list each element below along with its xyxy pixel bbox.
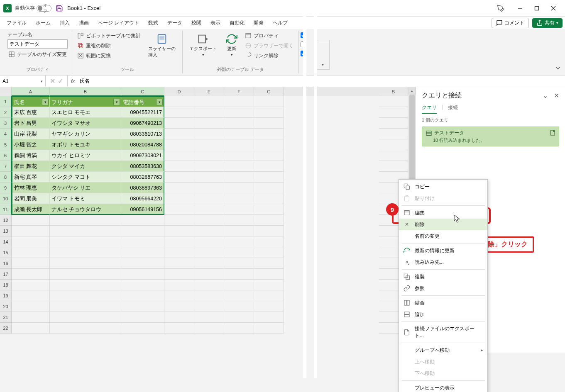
cell[interactable] <box>50 215 121 226</box>
cell[interactable] <box>121 226 164 236</box>
cell[interactable] <box>254 323 284 334</box>
cell[interactable] <box>12 236 50 247</box>
cell[interactable]: ウカイ ヒロミツ <box>50 150 121 161</box>
cell[interactable] <box>254 118 284 129</box>
cell[interactable]: 鵜飼 博満 <box>12 150 50 161</box>
cell[interactable] <box>164 129 194 139</box>
cell[interactable] <box>194 172 224 183</box>
cell[interactable] <box>224 269 254 280</box>
pane-collapse-icon[interactable]: ⌄ <box>543 92 548 100</box>
ctx-refresh[interactable]: 最新の情報に更新 <box>399 245 487 256</box>
row-header[interactable]: 15 <box>0 247 12 258</box>
cell[interactable] <box>224 193 254 204</box>
cell[interactable] <box>194 226 224 236</box>
col-header-C[interactable]: C <box>121 87 164 96</box>
cell[interactable] <box>50 301 121 312</box>
cell[interactable] <box>12 290 50 301</box>
cell[interactable]: 小堀 智之 <box>12 139 50 150</box>
cell[interactable] <box>50 258 121 269</box>
col-header-S[interactable]: S <box>379 87 408 96</box>
convert-range-button[interactable]: 範囲に変換 <box>76 51 142 60</box>
row-header[interactable]: 7 <box>0 161 12 172</box>
cell[interactable] <box>164 312 194 323</box>
cell[interactable] <box>379 150 408 161</box>
row-header[interactable]: 17 <box>0 269 12 280</box>
cell[interactable] <box>121 280 164 290</box>
tab-data[interactable]: データ <box>163 18 186 28</box>
cell[interactable] <box>12 247 50 258</box>
cell[interactable] <box>254 139 284 150</box>
row-header[interactable]: 20 <box>0 301 12 312</box>
ctx-copy[interactable]: コピー <box>399 181 487 192</box>
col-header-F[interactable]: F <box>224 87 254 96</box>
table-header[interactable]: フリガナ <box>50 96 121 107</box>
cell[interactable]: 岩下 昌男 <box>12 118 50 129</box>
share-button[interactable]: 共有 ▾ <box>532 18 563 28</box>
pane-close-icon[interactable]: ✕ <box>554 92 559 100</box>
cell[interactable] <box>164 107 194 118</box>
ribbon-collapse-icon[interactable] <box>555 65 561 73</box>
cell[interactable] <box>254 290 284 301</box>
cell[interactable] <box>224 118 254 129</box>
unlink-button[interactable]: リンク解除 <box>244 51 294 60</box>
cell[interactable] <box>224 258 254 269</box>
ctx-load-to[interactable]: 読み込み先... <box>399 256 487 268</box>
cell[interactable] <box>12 280 50 290</box>
tab-automate[interactable]: 自動化 <box>225 18 249 28</box>
cell[interactable]: 09067490213 <box>121 118 164 129</box>
cell[interactable] <box>254 204 284 215</box>
cell[interactable] <box>224 236 254 247</box>
cell[interactable] <box>164 96 194 107</box>
row-header[interactable]: 19 <box>0 290 12 301</box>
cell[interactable] <box>194 247 224 258</box>
cell[interactable] <box>254 150 284 161</box>
cell[interactable] <box>224 150 254 161</box>
col-header-G[interactable]: G <box>254 87 284 96</box>
cell[interactable] <box>254 226 284 236</box>
cell[interactable] <box>164 301 194 312</box>
cell[interactable] <box>224 183 254 193</box>
cell[interactable] <box>121 323 164 334</box>
cell[interactable] <box>254 215 284 226</box>
col-header-D[interactable]: D <box>164 87 194 96</box>
row-header[interactable]: 9 <box>0 183 12 193</box>
cell[interactable]: 08053583630 <box>121 161 164 172</box>
cell[interactable] <box>194 258 224 269</box>
cell[interactable] <box>194 96 224 107</box>
col-header-A[interactable]: A <box>12 87 50 96</box>
cell[interactable] <box>50 312 121 323</box>
cell[interactable] <box>164 290 194 301</box>
cell[interactable] <box>224 96 254 107</box>
filter-dropdown-icon[interactable] <box>42 99 49 105</box>
cell[interactable] <box>254 258 284 269</box>
cell[interactable]: クシダ マイカ <box>50 161 121 172</box>
filter-dropdown-icon[interactable] <box>113 99 120 105</box>
cell[interactable] <box>224 290 254 301</box>
cell[interactable] <box>12 323 50 334</box>
cell[interactable] <box>224 247 254 258</box>
cell[interactable]: 09056149156 <box>121 204 164 215</box>
pen-icon[interactable] <box>497 5 504 12</box>
cell[interactable] <box>224 204 254 215</box>
row-header[interactable]: 21 <box>0 312 12 323</box>
cell[interactable]: 末広 百恵 <box>12 107 50 118</box>
cell[interactable] <box>50 247 121 258</box>
cell[interactable] <box>254 236 284 247</box>
tab-pagelayout[interactable]: ページ レイアウト <box>94 18 143 28</box>
cell[interactable] <box>379 129 408 139</box>
ctx-reference[interactable]: 参照 <box>399 282 487 294</box>
cell[interactable] <box>194 204 224 215</box>
ctx-preview[interactable]: プレビューの表示 <box>399 382 487 392</box>
pane-tab-query[interactable]: クエリ <box>422 104 437 114</box>
row-header[interactable]: 3 <box>0 118 12 129</box>
cell[interactable] <box>164 269 194 280</box>
ctx-append[interactable]: 追加 <box>399 309 487 320</box>
cell[interactable] <box>164 118 194 129</box>
row-header[interactable]: 16 <box>0 258 12 269</box>
cell[interactable]: 山岸 花梨 <box>12 129 50 139</box>
cell[interactable] <box>121 236 164 247</box>
cell[interactable]: タケバヤシ リエ <box>50 183 121 193</box>
cell[interactable] <box>194 139 224 150</box>
table-name-input[interactable] <box>7 39 68 49</box>
floating-dropdown[interactable]: ▾ <box>316 40 330 70</box>
